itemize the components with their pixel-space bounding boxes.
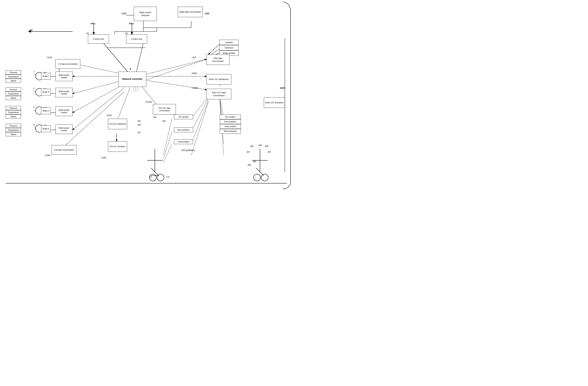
speed-5-box: Speed [6, 96, 21, 100]
nose-uc-data-conc-box: Nose U/C data concentrator [207, 89, 231, 99]
svg-line-22 [145, 59, 207, 75]
speed-4-box: Speed [6, 114, 21, 118]
num108-label: 108 [137, 124, 141, 126]
data-conc-48-box: 4,8 data concentrator [52, 145, 76, 155]
svg-line-15 [80, 65, 124, 75]
hook-position-2-box: Hook position [220, 124, 241, 129]
temperature-4-box: Temperature [6, 110, 21, 114]
door-positions-1-box: Door positions [174, 128, 193, 132]
num308-2-label: 308 [265, 145, 268, 147]
cdp-label: CDP [192, 56, 196, 58]
svg-line-50 [164, 132, 172, 158]
cd100-label: CD100 [145, 101, 152, 103]
pw3-label: PW3 [129, 22, 134, 25]
num305-label: 305 [253, 160, 256, 163]
control-unit-2-box: Control unit [126, 34, 147, 43]
a300-label: A300 [280, 87, 285, 89]
hook-position-1-box: Hook position [174, 139, 193, 144]
diagram-container: Flight control computer Flight data conc… [0, 0, 294, 193]
joystick-box: Joystick [219, 40, 239, 45]
svg-line-34 [191, 98, 208, 132]
brake-4-box: Brake 4 [41, 107, 51, 114]
svg-line-17 [73, 80, 124, 94]
temperature-1-box: Temperature [6, 75, 21, 79]
cd300-label: CD300 [192, 87, 198, 89]
uc-position-1-box: U/C position [174, 115, 193, 119]
door-positions-2-box: Door positions [220, 119, 241, 124]
wheel-direction-box: Wheel direction [220, 129, 241, 134]
brake-8-box: Brake 8 [41, 125, 51, 132]
num106-label: 106 [162, 120, 166, 122]
num107-label: 107 [137, 131, 141, 134]
svg-line-28 [208, 44, 220, 54]
brake-power-1-box: Brake power module [55, 72, 73, 81]
flight-control-computer-box: Flight control computer [134, 7, 157, 21]
a100-label: A100 [101, 156, 106, 159]
d100-label: D100 [107, 114, 112, 116]
num15-label: 1,5 [149, 176, 152, 178]
port-uc-distribution-box: Port U/C distribution [108, 119, 127, 129]
svg-line-18 [73, 84, 124, 113]
num26-label: 2,6 [166, 176, 169, 178]
a1-label: A1 [86, 32, 89, 34]
pressure-1-box: Pressure [6, 70, 21, 75]
temperature-8-box: Temperature [6, 128, 21, 132]
nose-uc-actuators-box: Nose U/C actuators [264, 97, 285, 108]
brake-power-5-box: Brake power module [55, 88, 73, 97]
svg-line-13 [103, 43, 129, 74]
flight-data-concentrator-box: Flight data concentrator [178, 7, 203, 17]
data-conc-15-box: 1,5 data concentrator [55, 59, 80, 69]
uc-position-2-box: U/C position [220, 115, 241, 119]
svg-line-35 [191, 100, 208, 144]
num100-label: 100 [137, 120, 141, 122]
pressure-8-box: Pressure [6, 124, 21, 128]
svg-line-20 [117, 88, 130, 122]
svg-point-47 [254, 174, 261, 181]
nose-uc-distribution-box: Nose U/C distribution [207, 74, 231, 85]
dor-positions-label: Dor positions [182, 149, 195, 152]
bc-label: BC [30, 29, 33, 31]
cd48-label: CD48 [45, 154, 50, 156]
num307-1-label: 307 [247, 151, 250, 153]
brake-1-box: Brake 1 [41, 73, 51, 80]
port-uc-actuators-box: Port U/C actuators [108, 141, 127, 152]
pressure-5-box: Pressure [6, 87, 21, 92]
a2-label: A2 [125, 32, 128, 34]
temperature-5-box: Temperature [6, 92, 21, 96]
num308-1-label: 308 [250, 145, 253, 147]
cd15-label: CD15 [47, 56, 52, 58]
num5-label: 5 [33, 87, 35, 90]
svg-point-48 [261, 174, 268, 181]
svg-line-49 [164, 118, 172, 155]
svg-point-43 [157, 174, 164, 181]
num105-label: 105 [153, 116, 156, 118]
cdv-label: CDV [205, 12, 209, 15]
pressure-4-box: Pressure [6, 106, 21, 110]
control-unit-1-box: Control unit [88, 34, 109, 43]
brake-5-box: Brake 5 [41, 89, 51, 96]
brake-power-8-box: Brake power module [55, 124, 73, 134]
pilot-data-conc-box: Pilot data concentrator [207, 54, 229, 65]
svg-line-31 [145, 59, 207, 80]
num307-2-label: 307 [268, 151, 271, 153]
network-controller-box: Network controller [119, 72, 146, 87]
num8-label: 8 [33, 124, 35, 126]
brake-power-4-box: Brake power module [55, 107, 73, 116]
speed-1-box: Speed [6, 79, 21, 83]
num309-label: 309 [248, 164, 251, 166]
pw1-label: PW1 [91, 22, 95, 25]
selectors-box: Selectors [219, 45, 239, 50]
d300-label: D300 [192, 72, 197, 75]
ccv-label: CCV [122, 12, 126, 15]
svg-line-36 [191, 102, 208, 155]
num1-label: 1 [33, 70, 35, 73]
port-uc-data-conc-box: Port U/C data concentrator [153, 104, 176, 115]
num4-label: 4 [33, 106, 35, 108]
speed-8-box: Speed [6, 132, 21, 136]
svg-line-51 [164, 144, 172, 162]
num306-label: 306 [258, 144, 262, 146]
a-label: A [130, 68, 131, 70]
